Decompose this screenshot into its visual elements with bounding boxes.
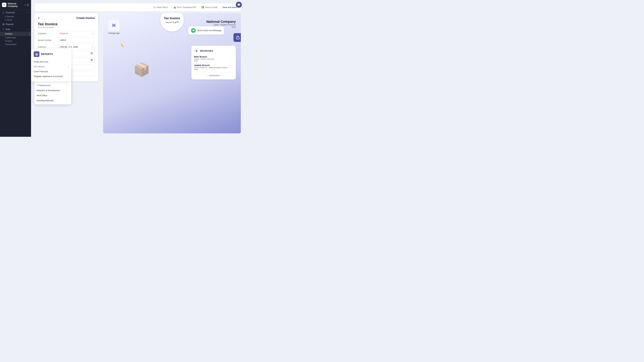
dropdown-item-branding-materials[interactable]: Branding Materials xyxy=(34,98,71,103)
svg-rect-0 xyxy=(236,37,239,39)
branches-title: BRANCHES xyxy=(200,50,213,52)
invoice-form-subtitle: Document template xyxy=(38,26,95,28)
invoice-number-value: 148537 xyxy=(60,39,66,41)
dropdown-item-work-office[interactable]: Work Office xyxy=(34,93,71,98)
add-branch-button[interactable]: + Add Branch xyxy=(194,72,233,77)
whatsapp-card[interactable]: 💬 Send invoice via Whatsapp xyxy=(188,26,224,34)
sidebar-item-projects[interactable]: Projects xyxy=(0,39,31,43)
save-draft-label: Save as Draft xyxy=(205,6,217,8)
customer-chevron-icon: ▾ xyxy=(92,33,93,34)
main-content: 📎 Attach files 0 🖨️ Print / Download PDF… xyxy=(31,0,244,137)
currency-chevron-icon: ▾ xyxy=(92,46,93,48)
channels-icon: ◎ xyxy=(2,11,4,14)
shopping-bag-icon[interactable] xyxy=(234,33,241,42)
customer-dropdown[interactable]: Required ▾ xyxy=(58,31,95,36)
sidebar-menu-icon[interactable]: ☰ xyxy=(27,3,29,6)
sale-chevron: ▾ xyxy=(28,28,29,30)
invoice-number-label: Invoice number xyxy=(38,39,56,41)
panel-title: Create Invoice xyxy=(76,16,95,19)
save-send-label: Save and Send xyxy=(222,6,237,8)
channels-chevron: ▾ xyxy=(28,11,29,13)
invoices-label: Invoices xyxy=(5,33,12,35)
save-send-button[interactable]: Save and Send xyxy=(221,5,238,9)
currency-label: Currency xyxy=(38,46,56,48)
change-logo-area[interactable]: Change logo xyxy=(108,20,120,34)
sidebar-item-general[interactable]: # General xyxy=(0,15,31,18)
branch-main: Main Branch Jubail - Eastern Province KS… xyxy=(194,55,233,62)
main-branch-country: KSA xyxy=(194,60,233,62)
sidebar-item-channels[interactable]: ◎ Channels ▾ xyxy=(0,10,31,15)
dropdown-item-research-development[interactable]: Research & Development xyxy=(34,88,71,93)
branches-header: ⊕ BRANCHES xyxy=(194,48,233,53)
branches-icon: ⊕ xyxy=(194,48,199,53)
sidebar-reports-label: Reports xyxy=(6,23,14,25)
sidebar-sale-label: Sale xyxy=(6,28,10,30)
print-button[interactable]: 🖨️ Print / Download PDF xyxy=(172,5,198,9)
close-button[interactable]: ✕ xyxy=(38,16,40,19)
reports-profit-loss[interactable]: Profit and Loss xyxy=(34,59,68,64)
3d-box-decoration: 📦 xyxy=(133,62,150,77)
reports-cash-forecast[interactable]: Cash Forecast xyxy=(34,69,68,74)
sidebar-header[interactable]: N National Company ▾ ☰ xyxy=(0,0,31,10)
sidebar-item-stead[interactable]: # Stead xyxy=(0,18,31,22)
sidebar-chevron-icon[interactable]: ▾ xyxy=(24,4,25,6)
customer-value: Required xyxy=(60,32,68,35)
jeddah-branch-address: Prince Sultan st. - AlMuhamdiyah Distric… xyxy=(194,66,233,68)
invoice-number-input[interactable]: 148537 xyxy=(58,38,95,43)
main-branch-address: Jubail - Eastern Province xyxy=(194,58,233,60)
reports-popup-title: REPORTS xyxy=(41,53,53,55)
sidebar-item-sale[interactable]: ⊙ Sale ▾ xyxy=(0,27,31,32)
due-date-calendar-icon: 📅 xyxy=(90,59,93,61)
sidebar-item-transactions[interactable]: Transactions xyxy=(0,43,31,46)
panel-header: ✕ Create Invoice xyxy=(38,16,95,19)
sidebar: N National Company ▾ ☰ ◎ Channels ▾ # Ge… xyxy=(0,0,31,137)
sidebar-logo: N xyxy=(2,3,6,7)
logo-icon-box xyxy=(108,20,120,31)
reports-icon: ▦ xyxy=(2,23,4,25)
vat-return-label: VAT Return xyxy=(34,65,45,68)
jeddah-branch-country: KSA xyxy=(194,68,233,70)
sidebar-item-credit-notes[interactable]: Credit notes xyxy=(0,36,31,39)
edit-pencil-button[interactable]: ✏️ xyxy=(121,44,124,47)
logo-arabic: فاتورة ضريبية xyxy=(165,20,179,23)
sidebar-item-reports[interactable]: ▦ Reports xyxy=(0,22,31,27)
invoice-form-title: Tax Invoice xyxy=(38,22,95,26)
branch-jeddah: Jeddah Branch Prince Sultan st. - AlMuha… xyxy=(194,64,233,70)
print-label: Print / Download PDF xyxy=(177,6,196,8)
invoice-number-row: Invoice number 148537 xyxy=(38,38,95,43)
sidebar-item-invoices[interactable]: Invoices + xyxy=(0,32,31,36)
reports-popup-icon: ▦ xyxy=(34,51,40,57)
logo-slash-icon xyxy=(111,22,117,28)
sale-icon: ⊙ xyxy=(2,28,4,30)
add-invoice-icon[interactable]: + xyxy=(29,32,30,35)
currency-value: USD ($) - U.S. dollar xyxy=(60,46,78,48)
top-bar: 📎 Attach files 0 🖨️ Print / Download PDF… xyxy=(34,3,241,11)
vat-return-arrow: › xyxy=(68,66,68,68)
company-city: Jubail - Eastern Province xyxy=(206,24,236,26)
print-icon: 🖨️ xyxy=(174,6,176,8)
whatsapp-label: Send invoice via Whatsapp xyxy=(197,29,221,32)
jeddah-branch-name: Jeddah Branch xyxy=(194,64,233,66)
main-branch-name: Main Branch xyxy=(194,55,233,58)
whatsapp-icon: 💬 xyxy=(191,28,196,33)
save-draft-button[interactable]: 💾 Save as Draft xyxy=(200,5,218,9)
attach-icon: 📎 xyxy=(153,6,156,8)
company-name: National Company xyxy=(206,20,236,24)
date-calendar-icon: 📅 xyxy=(90,52,93,55)
customer-row: Customer Required ▾ xyxy=(38,31,95,36)
attach-files-button[interactable]: 📎 Attach files 0 xyxy=(152,5,170,9)
reports-supplier-statement[interactable]: Supplier statement of account xyxy=(34,74,68,79)
change-logo-label: Change logo xyxy=(108,32,120,34)
logo-title: Tax Invoice xyxy=(164,16,180,20)
branches-card: ⊕ BRANCHES Main Branch Jubail - Eastern … xyxy=(191,46,236,79)
reports-popup-header: ▦ REPORTS xyxy=(34,51,68,57)
customer-label: Customer xyxy=(38,32,56,35)
reports-popup: ▦ REPORTS Profit and Loss VAT Return › C… xyxy=(31,49,71,81)
chat-bubble-icon[interactable]: 💬 xyxy=(236,2,242,8)
logo-circle: Tax Invoice فاتورة ضريبية xyxy=(160,13,184,31)
sidebar-channels-label: Channels xyxy=(6,11,15,14)
dropdown-item-it-maintenance[interactable]: IT Maintenance xyxy=(34,83,71,88)
bag-svg xyxy=(236,35,240,40)
reports-vat-return[interactable]: VAT Return › xyxy=(34,64,68,69)
save-draft-icon: 💾 xyxy=(202,6,204,8)
